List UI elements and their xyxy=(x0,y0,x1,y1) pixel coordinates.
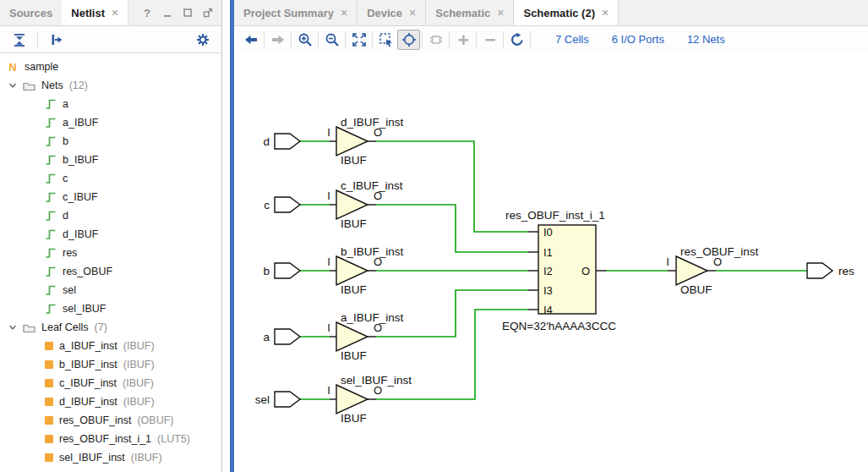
netlist-tree: N sample Nets (12) a a_IBUF b b_IBUF xyxy=(0,53,221,467)
tree-item-cell[interactable]: res_OBUF_inst (OBUF) xyxy=(0,411,221,430)
tree-item-cell[interactable]: c_IBUF_inst (IBUF) xyxy=(0,374,221,392)
cell-label: b_IBUF_inst xyxy=(59,359,117,370)
tree-item-net[interactable]: c xyxy=(0,169,221,188)
buffer-symbol[interactable] xyxy=(336,256,368,285)
tab-schematic-2[interactable]: Schematic (2) × xyxy=(514,0,619,25)
net-icon xyxy=(45,228,57,240)
close-icon[interactable]: × xyxy=(112,7,118,19)
tab-sources[interactable]: Sources xyxy=(0,0,62,25)
pin-label-i1: I1 xyxy=(543,246,553,259)
buffer-symbol[interactable] xyxy=(336,127,368,156)
port-b[interactable] xyxy=(275,263,300,278)
scroll-to-selected-button[interactable] xyxy=(45,30,68,50)
port-a[interactable] xyxy=(275,329,300,344)
tree-item-net[interactable]: a xyxy=(0,95,221,113)
port-res[interactable] xyxy=(807,263,833,278)
tree-group-nets[interactable]: Nets (12) xyxy=(0,76,221,95)
tab-netlist-label: Netlist xyxy=(71,7,105,19)
tree-item-cell[interactable]: a_IBUF_inst (IBUF) xyxy=(0,337,221,355)
instance-name: d_IBUF_inst xyxy=(341,116,404,129)
cell-type: (IBUF) xyxy=(131,452,162,464)
port-label-d: d xyxy=(263,135,270,148)
net-label: c_IBUF xyxy=(63,191,98,203)
pin-label-i2: I2 xyxy=(543,265,553,277)
cell-type: IBUF xyxy=(341,349,367,362)
collapse-all-button[interactable] xyxy=(8,30,30,50)
help-icon[interactable]: ? xyxy=(141,7,153,19)
tree-item-cell[interactable]: b_IBUF_inst (IBUF) xyxy=(0,355,221,374)
close-icon[interactable]: × xyxy=(341,7,347,19)
buffer-symbol[interactable] xyxy=(336,190,368,219)
tree-item-net[interactable]: d xyxy=(0,206,221,225)
tree-item-cell[interactable]: res_OBUF_inst_i_1 (LUT5) xyxy=(0,430,221,448)
tree-root-sample[interactable]: N sample xyxy=(0,58,221,76)
close-icon[interactable]: × xyxy=(409,7,416,19)
nets-count-link[interactable]: 12 Nets xyxy=(687,33,725,46)
tab-netlist[interactable]: Netlist × xyxy=(62,0,128,25)
tree-group-count: (12) xyxy=(69,80,88,91)
minimize-icon[interactable] xyxy=(161,7,173,19)
tree-item-net[interactable]: res xyxy=(0,244,221,262)
buffer-symbol[interactable] xyxy=(336,385,368,414)
add-cell-button[interactable] xyxy=(424,30,447,50)
tree-item-net[interactable]: c_IBUF xyxy=(0,188,221,206)
zoom-to-selection-button[interactable] xyxy=(374,30,397,50)
instance-name: a_IBUF_inst xyxy=(341,311,404,324)
expand-cone-button[interactable] xyxy=(451,30,474,50)
collapse-cone-button[interactable] xyxy=(478,30,501,50)
autofit-selection-button[interactable] xyxy=(397,30,420,50)
net-icon xyxy=(45,154,57,166)
panel-window-controls: ? xyxy=(141,0,221,25)
forward-button[interactable] xyxy=(266,30,289,50)
maximize-icon[interactable] xyxy=(182,7,194,19)
cell-icon xyxy=(45,435,53,443)
zoom-in-button[interactable] xyxy=(293,30,316,50)
float-icon[interactable] xyxy=(202,7,214,19)
buffer-symbol[interactable] xyxy=(336,322,368,351)
toolbar-separator xyxy=(264,31,265,48)
crosshair-icon xyxy=(401,32,417,47)
tree-item-cell[interactable]: d_IBUF_inst (IBUF) xyxy=(0,392,221,411)
buffer-symbol[interactable] xyxy=(676,256,707,285)
toolbar-separator xyxy=(372,31,373,48)
cell-type: (IBUF) xyxy=(123,396,155,408)
cell-label: a_IBUF_inst xyxy=(59,340,117,352)
chevron-down-icon[interactable] xyxy=(8,81,17,90)
port-sel[interactable] xyxy=(275,392,300,407)
tree-item-net[interactable]: b_IBUF xyxy=(0,151,221,169)
cell-icon xyxy=(45,453,53,462)
back-button[interactable] xyxy=(239,30,262,50)
tree-item-net[interactable]: res_OBUF xyxy=(0,262,221,281)
chevron-down-icon[interactable] xyxy=(8,323,17,332)
port-c[interactable] xyxy=(275,197,300,212)
close-icon[interactable]: × xyxy=(602,7,609,19)
tree-item-net[interactable]: a_IBUF xyxy=(0,113,221,132)
tab-device[interactable]: Device × xyxy=(358,0,426,25)
tree-item-cell[interactable]: sel_IBUF_inst (IBUF) xyxy=(0,448,221,467)
pin-label-i: I xyxy=(327,189,330,202)
tree-group-leaf-cells[interactable]: Leaf Cells (7) xyxy=(0,318,221,337)
schematic-canvas[interactable]: d c b a sel res d_IBUF_inst I O IBUF c_I… xyxy=(234,52,868,472)
tree-item-net[interactable]: d_IBUF xyxy=(0,225,221,244)
cells-count-link[interactable]: 7 Cells xyxy=(555,33,589,46)
cell-type: OBUF xyxy=(680,283,712,296)
pin-label-o: O xyxy=(374,321,382,334)
tab-project-summary[interactable]: Project Summary × xyxy=(234,0,358,25)
io-ports-count-link[interactable]: 6 I/O Ports xyxy=(612,33,664,46)
port-d[interactable] xyxy=(275,134,300,149)
tree-group-label: Leaf Cells xyxy=(41,321,89,333)
zoom-fit-button[interactable] xyxy=(347,30,370,50)
tree-item-net[interactable]: b xyxy=(0,132,221,151)
regenerate-button[interactable] xyxy=(505,30,528,50)
tree-item-net[interactable]: sel xyxy=(0,281,221,299)
pin-label-i: I xyxy=(327,126,330,139)
zoom-to-selection-icon xyxy=(379,32,394,47)
settings-button[interactable] xyxy=(191,30,214,50)
close-icon[interactable]: × xyxy=(497,7,504,19)
cell-icon xyxy=(45,416,53,425)
tree-item-net[interactable]: sel_IBUF xyxy=(0,299,221,318)
zoom-out-button[interactable] xyxy=(320,30,343,50)
net-icon xyxy=(45,98,57,110)
tab-schematic[interactable]: Schematic × xyxy=(426,0,514,25)
cell-icon xyxy=(45,360,53,369)
